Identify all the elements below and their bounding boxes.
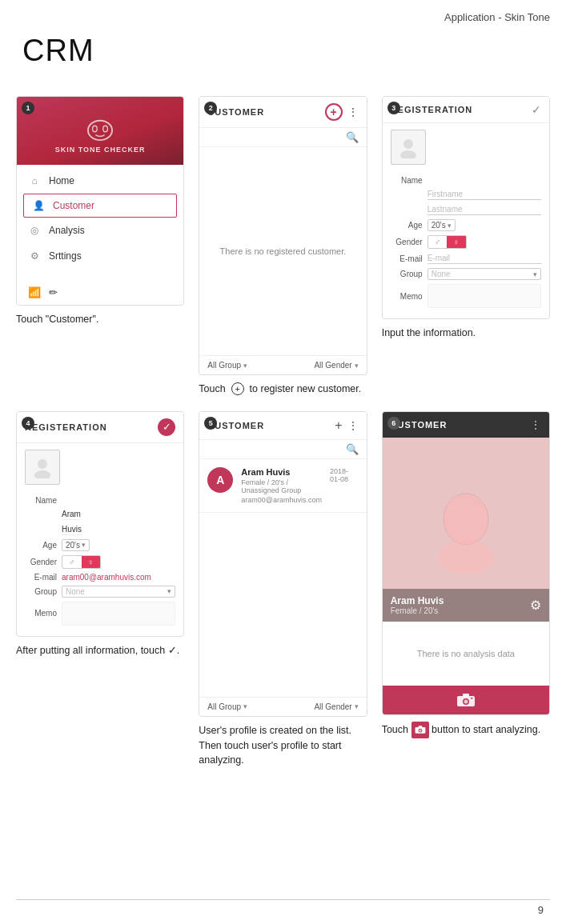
gender-filter[interactable]: All Gender ▾: [314, 361, 358, 370]
group-filter-5[interactable]: All Group ▾: [207, 702, 247, 711]
screen-number-4: 4: [22, 417, 34, 430]
svg-point-2: [103, 126, 108, 132]
age-select[interactable]: 20's ▾: [428, 219, 456, 231]
group-chevron: ▾: [533, 270, 537, 278]
svg-point-4: [400, 150, 416, 158]
svg-rect-13: [471, 698, 473, 699]
lastname-val: Huvis: [62, 524, 82, 535]
home-icon: ⌂: [28, 174, 41, 187]
search-icon[interactable]: 🔍: [346, 131, 359, 143]
settings-gear-icon[interactable]: ⚙: [530, 598, 541, 613]
firstname-row: Firstname: [391, 189, 541, 200]
page-title: CRM: [22, 34, 94, 68]
memo-row: Memo: [391, 284, 541, 308]
face-silhouette: [430, 486, 502, 574]
nav-home[interactable]: ⌂ Home: [17, 168, 183, 194]
group-select-4[interactable]: None ▾: [62, 586, 175, 598]
email-label-4: E-mail: [25, 573, 57, 582]
customer-list-item[interactable]: A Aram Huvis Female / 20's / Unassigned …: [199, 459, 366, 513]
user-silhouette: [397, 136, 419, 158]
age-chevron: ▾: [448, 222, 452, 230]
firstname-val: Aram: [62, 509, 81, 520]
svg-rect-17: [418, 726, 422, 728]
age-select-4[interactable]: 20's ▾: [62, 539, 90, 551]
search-icon-5[interactable]: 🔍: [346, 443, 359, 455]
customer-date: 2018-01-08: [330, 467, 359, 483]
confirm-button[interactable]: ✓: [158, 418, 175, 436]
lastname-field[interactable]: Lastname: [428, 204, 541, 215]
tutorial-cell-6: 6 CUSTOMER ⋮ Aram Huvis Female / 20's: [382, 411, 550, 768]
memo-field-4[interactable]: [62, 602, 175, 626]
more-icon-5[interactable]: ⋮: [347, 419, 359, 432]
lastname-row-4: Huvis: [25, 524, 175, 535]
nav-settings[interactable]: ⚙ Srttings: [17, 243, 183, 269]
tutorial-cell-5: 5 CUSTOMER + ⋮ 🔍 A Aram Huvis Female / 2…: [199, 411, 367, 768]
more-icon-6[interactable]: ⋮: [530, 418, 541, 431]
customer-email: aram00@aramhuvis.com: [241, 496, 322, 504]
name-row: Name: [391, 176, 541, 185]
search-bar-2: 🔍: [199, 128, 366, 147]
gender-toggle[interactable]: ♂ ♀: [428, 235, 467, 249]
gender-label: Gender: [391, 238, 423, 246]
add-icon[interactable]: +: [335, 418, 342, 433]
screen3-header: REGISTERATION ✓: [383, 97, 549, 123]
user-info-overlay: Aram Huvis Female / 20's ⚙: [383, 589, 549, 622]
svg-point-8: [438, 540, 494, 574]
group-filter-chevron: ▾: [243, 362, 247, 370]
no-analysis-text: There is no analysis data: [383, 622, 549, 686]
name-label: Name: [391, 176, 423, 185]
nav-customer-label: Customer: [53, 200, 94, 211]
add-customer-button[interactable]: +: [325, 103, 343, 121]
gender-label-4: Gender: [25, 558, 57, 566]
settings-icon: ⚙: [28, 250, 41, 262]
group-filter[interactable]: All Group ▾: [207, 361, 247, 370]
svg-point-6: [34, 470, 50, 478]
email-field[interactable]: E-mail: [428, 253, 541, 264]
age-label: Age: [391, 221, 423, 230]
memo-field[interactable]: [428, 284, 541, 308]
group-row-4: Group None ▾: [25, 586, 175, 598]
tutorial-cell-3: 3 REGISTERATION ✓ Name: [382, 96, 550, 397]
avatar-placeholder: [391, 130, 426, 165]
screen-number-3: 3: [387, 102, 400, 114]
caption-1: Touch "Customer".: [16, 312, 98, 327]
edit-icon: ✏: [49, 286, 58, 298]
gender-filter-chevron: ▾: [355, 362, 359, 370]
firstname-field[interactable]: Firstname: [428, 189, 541, 200]
customer-info: Aram Huvis Female / 20's / Unassigned Gr…: [241, 467, 322, 504]
tutorial-cell-2: 2 CUSTOMER + ⋮ 🔍 There is no registered …: [199, 96, 367, 397]
gender-filter-5[interactable]: All Gender ▾: [314, 702, 358, 711]
svg-point-5: [38, 459, 47, 469]
nav-analysis[interactable]: ◎ Analysis: [17, 218, 183, 243]
email-row: E-mail E-mail: [391, 253, 541, 264]
gender-row: Gender ♂ ♀: [391, 235, 541, 249]
screen5-header: CUSTOMER + ⋮: [199, 412, 366, 440]
screen-number-1: 1: [22, 102, 34, 114]
bluetooth-icon: 📶: [28, 286, 41, 298]
screen-2: 2 CUSTOMER + ⋮ 🔍 There is no registered …: [199, 96, 367, 375]
customer-sub: Female / 20's / Unassigned Group: [241, 478, 322, 494]
close-icon[interactable]: ✓: [532, 103, 541, 116]
caption-5: User's profile is created on the list. T…: [199, 723, 367, 768]
caption-6: Touch button to start analyzing.: [382, 722, 541, 738]
search-bar-5: 🔍: [199, 440, 366, 459]
nav-customer[interactable]: 👤 Customer: [23, 194, 177, 218]
age-row: Age 20's ▾: [391, 219, 541, 231]
more-icon[interactable]: ⋮: [347, 106, 359, 118]
tutorial-cell-1: 1 SKIN TONE CHECKER ⌂ Home 👤 Cus: [16, 96, 184, 397]
gender-female[interactable]: ♀: [447, 236, 466, 248]
group-select[interactable]: None ▾: [428, 268, 541, 280]
svg-point-11: [464, 699, 468, 703]
camera-button[interactable]: [456, 692, 476, 708]
age-label-4: Age: [25, 541, 57, 550]
gender-male-4[interactable]: ♂: [62, 556, 82, 568]
gender-male[interactable]: ♂: [428, 236, 448, 248]
gender-female-4[interactable]: ♀: [82, 556, 101, 568]
screen3-title: REGISTERATION: [391, 105, 473, 114]
gender-toggle-4[interactable]: ♂ ♀: [62, 555, 101, 569]
user-sub: Female / 20's: [391, 606, 444, 615]
firstname-row-4: Aram: [25, 509, 175, 520]
user-details: Aram Huvis Female / 20's: [391, 595, 444, 615]
svg-point-1: [93, 126, 98, 132]
caption-4: After putting all information, touch ✓.: [16, 643, 179, 658]
